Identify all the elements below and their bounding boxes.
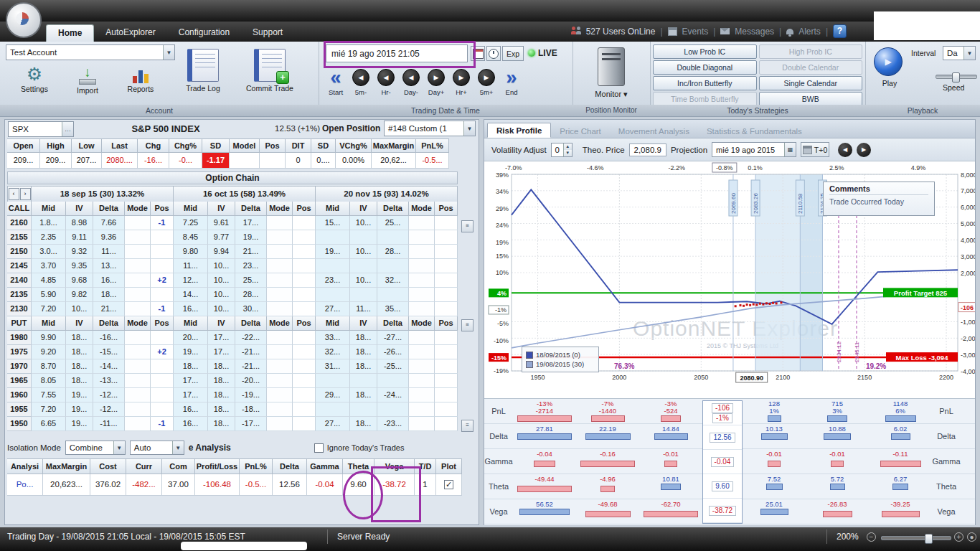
chain-cell-iv[interactable]: 18...	[208, 359, 235, 374]
menu-tab-support[interactable]: Support	[241, 24, 294, 42]
menu-tab-configuration[interactable]: Configuration	[167, 24, 241, 42]
chain-cell-pos[interactable]	[293, 302, 316, 316]
chain-cell-delta[interactable]: 16...	[93, 273, 125, 288]
chain-cell-mid[interactable]	[316, 230, 350, 245]
chain-cell-pos[interactable]	[151, 359, 174, 374]
chain-cell-iv[interactable]: 19...	[66, 402, 93, 417]
chain-cell-pos[interactable]	[293, 402, 316, 417]
chain-cell-delta[interactable]: -27...	[377, 331, 409, 345]
chain-cell-iv[interactable]: 18...	[66, 359, 93, 374]
chain-cell-iv[interactable]: 10...	[66, 302, 93, 316]
chain-cell-iv[interactable]: 9.77	[208, 230, 235, 245]
chain-cell-mid[interactable]: 27...	[316, 417, 350, 431]
chain-cell-pos[interactable]	[151, 402, 174, 417]
commit-trade-button[interactable]: + Commit Trade	[237, 45, 303, 104]
chain-cell-iv[interactable]: 10...	[350, 216, 377, 230]
chain-cell-mid[interactable]: 33...	[316, 331, 350, 345]
monitor-button[interactable]: Monitor ▾	[573, 47, 650, 99]
chain-cell-mid[interactable]: 9.80	[174, 245, 208, 259]
chain-cell-delta[interactable]	[377, 402, 409, 417]
chain-cell-delta[interactable]: -17...	[235, 417, 267, 431]
chain-cell-mid[interactable]: 5.90	[32, 288, 66, 302]
strategy-double-diagonal[interactable]: Double Diagonal	[653, 60, 757, 75]
chain-cell-mid[interactable]: 27...	[316, 302, 350, 316]
events-label[interactable]: Events	[682, 27, 709, 37]
chain-cell-iv[interactable]: 18...	[208, 417, 235, 431]
tab-statistics-fundamentals[interactable]: Statistics & Fundamentals	[698, 124, 811, 138]
chain-cell-pos[interactable]	[293, 331, 316, 345]
symbol-browse-button[interactable]: …	[62, 122, 73, 136]
chain-cell-pos[interactable]	[151, 388, 174, 402]
trade-log-button[interactable]: Trade Log	[175, 45, 231, 104]
chain-cell-delta[interactable]: -22...	[235, 331, 267, 345]
chain-cell-pos[interactable]: -1	[151, 302, 174, 316]
chain-cell-pos[interactable]: -1	[151, 417, 174, 431]
open-position-select[interactable]: #148 Custom (1▼	[384, 121, 476, 136]
chain-cell-mid[interactable]: 11...	[174, 259, 208, 273]
chain-cell-pos[interactable]	[151, 259, 174, 273]
chain-cell-delta[interactable]	[377, 374, 409, 388]
chain-cell-iv[interactable]: 10...	[208, 273, 235, 288]
chain-cell-delta[interactable]: 28...	[377, 245, 409, 259]
chain-cell-mid[interactable]: 23...	[316, 273, 350, 288]
chain-cell-delta[interactable]: -25...	[377, 359, 409, 374]
chain-options-button[interactable]: ≡	[461, 319, 473, 331]
chain-cell-pos[interactable]: +2	[151, 273, 174, 288]
chain-cell-mid[interactable]: 20...	[174, 331, 208, 345]
chain-cell-delta[interactable]: 35...	[377, 302, 409, 316]
chain-cell-pos[interactable]	[293, 359, 316, 374]
chain-cell-mid[interactable]: 9.90	[32, 331, 66, 345]
chain-cell-delta[interactable]: -21...	[235, 359, 267, 374]
chevron-down-icon[interactable]: ▼	[172, 441, 184, 454]
projection-next-button[interactable]: ▶	[857, 143, 871, 157]
chain-cell-iv[interactable]: 10...	[208, 288, 235, 302]
chain-cell-iv[interactable]: 18...	[208, 388, 235, 402]
chain-cell-delta[interactable]: 23...	[235, 259, 267, 273]
chain-cell-delta[interactable]: 18...	[93, 288, 125, 302]
chain-cell-iv[interactable]	[350, 374, 377, 388]
chain-cell-delta[interactable]: 7.66	[93, 216, 125, 230]
chevron-down-icon[interactable]: ▼	[113, 441, 125, 454]
chain-cell-delta[interactable]: 25...	[377, 216, 409, 230]
chain-cell-iv[interactable]: 19...	[66, 388, 93, 402]
chain-cell-delta[interactable]: -20...	[235, 374, 267, 388]
chain-cell-pos[interactable]	[293, 288, 316, 302]
chain-cell-delta[interactable]: -14...	[93, 359, 125, 374]
chain-cell-iv[interactable]: 18...	[208, 374, 235, 388]
chain-cell-iv[interactable]: 9.61	[208, 216, 235, 230]
chain-cell-iv[interactable]: 10...	[208, 302, 235, 316]
chain-cell-iv[interactable]: 18...	[350, 417, 377, 431]
chain-cell-mid[interactable]: 8.45	[174, 230, 208, 245]
chain-cell-mid[interactable]: 1.8...	[32, 216, 66, 230]
chain-cell-delta[interactable]: -13...	[93, 374, 125, 388]
chain-cell-delta[interactable]: -23...	[377, 417, 409, 431]
chain-cell-delta[interactable]: 30...	[235, 302, 267, 316]
chain-cell-pos[interactable]	[151, 331, 174, 345]
strategy-single-calendar[interactable]: Single Calendar	[759, 76, 863, 90]
chain-cell-iv[interactable]: 19...	[66, 417, 93, 431]
chain-cell-delta[interactable]	[377, 288, 409, 302]
zoom-out-button[interactable]: −	[867, 532, 876, 542]
chain-cell-pos[interactable]	[293, 230, 316, 245]
chain-cell-pos[interactable]	[435, 388, 458, 402]
chain-cell-iv[interactable]: 10...	[208, 259, 235, 273]
chain-cell-pos[interactable]	[293, 245, 316, 259]
stepper-arrows[interactable]: ▲▼	[563, 143, 572, 156]
chain-cell-pos[interactable]	[435, 331, 458, 345]
expiry-header-3[interactable]: 20 nov 15 (93) 14.02%	[316, 186, 458, 202]
chain-cell-delta[interactable]: 17...	[235, 216, 267, 230]
settings-button[interactable]: ⚙ Settings	[13, 65, 56, 93]
chain-cell-pos[interactable]	[293, 273, 316, 288]
chain-cell-mid[interactable]: 18...	[174, 359, 208, 374]
chain-cell-delta[interactable]: 19...	[235, 230, 267, 245]
chain-cell-pos[interactable]	[435, 259, 458, 273]
chain-cell-iv[interactable]: 18...	[350, 359, 377, 374]
zoom-slider[interactable]	[881, 536, 951, 540]
chain-cell-mid[interactable]: 2.35	[32, 230, 66, 245]
chain-cell-iv[interactable]: 8.98	[66, 216, 93, 230]
nav-hrminus[interactable]: ◀Hr-	[374, 69, 397, 96]
chain-cell-mid[interactable]: 4.85	[32, 273, 66, 288]
messages-label[interactable]: Messages	[735, 27, 774, 37]
volatility-adjust-stepper[interactable]: 0 ▲▼	[551, 143, 573, 157]
chain-cell-mid[interactable]: 8.70	[32, 359, 66, 374]
